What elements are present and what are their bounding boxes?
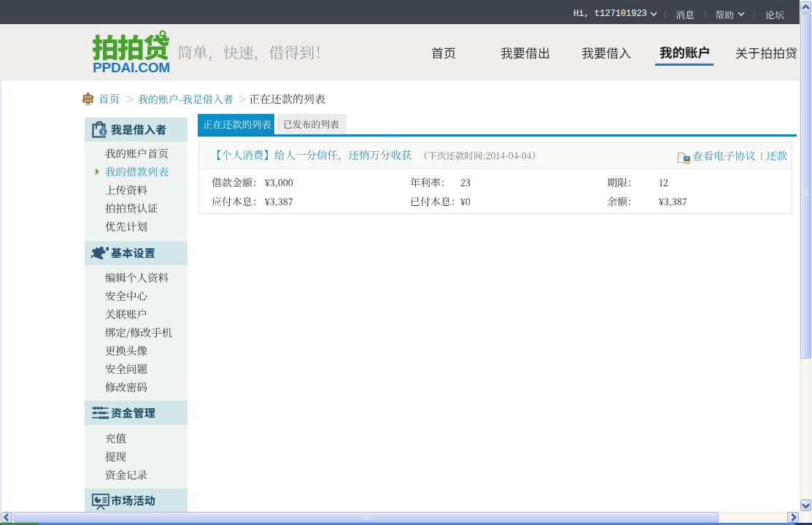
svg-text:$: $ (101, 129, 105, 136)
